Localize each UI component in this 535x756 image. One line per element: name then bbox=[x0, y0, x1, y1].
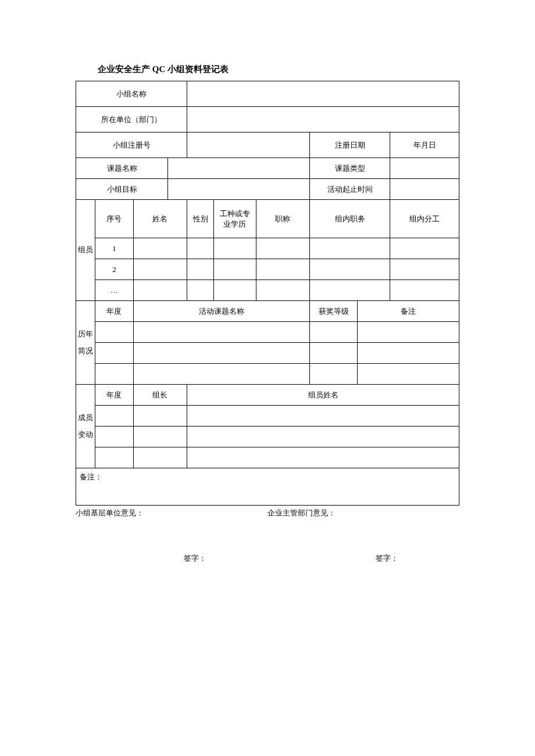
value-activity-period bbox=[390, 179, 459, 200]
chg-row1-members bbox=[187, 406, 459, 427]
label-history-side: 历年简况 bbox=[76, 301, 95, 385]
chg-row1-year bbox=[95, 406, 133, 427]
mem-header-duty: 组内分工 bbox=[390, 200, 459, 238]
mem-row1-name bbox=[133, 238, 187, 259]
mem-row2-trade bbox=[214, 259, 256, 280]
chg-header-leader: 组长 bbox=[133, 385, 187, 406]
mem-row3-role bbox=[309, 280, 390, 301]
hist-header-award: 获奖等级 bbox=[309, 301, 357, 322]
mem-header-title: 职称 bbox=[256, 200, 309, 238]
label-topic-type: 课题类型 bbox=[309, 158, 390, 179]
hist-row3-award bbox=[309, 364, 357, 385]
mem-row1-duty bbox=[390, 238, 459, 259]
footer-left-sign: 签字： bbox=[76, 553, 268, 564]
mem-row2-duty bbox=[390, 259, 459, 280]
label-changes-side: 成员变动 bbox=[76, 385, 95, 468]
hist-row2-award bbox=[309, 343, 357, 364]
label-department: 所在单位（部门） bbox=[76, 107, 187, 132]
mem-header-role: 组内职务 bbox=[309, 200, 390, 238]
label-members-side: 组员 bbox=[76, 200, 95, 301]
mem-header-trade: 工种或专业学历 bbox=[214, 200, 256, 238]
page-title: 企业安全生产 QC 小组资料登记表 bbox=[98, 64, 459, 75]
mem-row1-title bbox=[256, 238, 309, 259]
mem-row2-gender bbox=[187, 259, 214, 280]
hist-row1-remark bbox=[358, 322, 459, 343]
label-reg-date: 注册日期 bbox=[309, 132, 390, 158]
mem-row3-title bbox=[256, 280, 309, 301]
chg-row3-leader bbox=[133, 447, 187, 468]
mem-row3-duty bbox=[390, 280, 459, 301]
value-topic-type bbox=[390, 158, 459, 179]
mem-header-name: 姓名 bbox=[133, 200, 187, 238]
chg-row1-leader bbox=[133, 406, 187, 427]
hist-row1-year bbox=[95, 322, 133, 343]
footer-right-opinion: 企业主管部门意见： bbox=[268, 508, 459, 518]
chg-header-members: 组员姓名 bbox=[187, 385, 459, 406]
value-team-name bbox=[187, 81, 459, 107]
chg-row2-leader bbox=[133, 427, 187, 447]
mem-row3-gender bbox=[187, 280, 214, 301]
value-reg-no bbox=[187, 132, 310, 158]
hist-row2-year bbox=[95, 343, 133, 364]
value-department bbox=[187, 107, 459, 132]
hist-row2-remark bbox=[358, 343, 459, 364]
mem-header-gender: 性别 bbox=[187, 200, 214, 238]
label-reg-no: 小组注册号 bbox=[76, 132, 187, 158]
chg-header-year: 年度 bbox=[95, 385, 133, 406]
chg-row3-year bbox=[95, 447, 133, 468]
hist-row1-award bbox=[309, 322, 357, 343]
chg-row3-members bbox=[187, 447, 459, 468]
mem-row1-index: 1 bbox=[95, 238, 133, 259]
hist-row3-activity bbox=[133, 364, 309, 385]
hist-row2-activity bbox=[133, 343, 309, 364]
mem-row2-index: 2 bbox=[95, 259, 133, 280]
remarks-cell: 备注： bbox=[76, 468, 459, 506]
hist-header-remark: 备注 bbox=[358, 301, 459, 322]
footer-row: 小组基层单位意见： 签字： 企业主管部门意见： 签字： bbox=[76, 508, 459, 564]
mem-row3-name bbox=[133, 280, 187, 301]
hist-row3-year bbox=[95, 364, 133, 385]
chg-row2-year bbox=[95, 427, 133, 447]
hist-row3-remark bbox=[358, 364, 459, 385]
mem-header-index: 序号 bbox=[95, 200, 133, 238]
value-team-goal bbox=[168, 179, 310, 200]
footer-left-opinion: 小组基层单位意见： bbox=[76, 508, 268, 518]
label-activity-period: 活动起止时间 bbox=[309, 179, 390, 200]
chg-row2-members bbox=[187, 427, 459, 447]
mem-row2-role bbox=[309, 259, 390, 280]
hist-header-year: 年度 bbox=[95, 301, 133, 322]
label-topic-name: 课题名称 bbox=[76, 158, 168, 179]
registration-table: 小组名称 所在单位（部门） 小组注册号 注册日期 年月日 课题名称 课题类型 小… bbox=[76, 81, 459, 506]
value-topic-name bbox=[168, 158, 310, 179]
mem-row3-trade bbox=[214, 280, 256, 301]
mem-row3-index: … bbox=[95, 280, 133, 301]
label-team-goal: 小组目标 bbox=[76, 179, 168, 200]
hist-row1-activity bbox=[133, 322, 309, 343]
footer-right-sign: 签字： bbox=[268, 553, 459, 564]
hist-header-activity: 活动课题名称 bbox=[133, 301, 309, 322]
label-team-name: 小组名称 bbox=[76, 81, 187, 107]
mem-row1-gender bbox=[187, 238, 214, 259]
mem-row2-name bbox=[133, 259, 187, 280]
mem-row2-title bbox=[256, 259, 309, 280]
value-reg-date: 年月日 bbox=[390, 132, 459, 158]
mem-row1-trade bbox=[214, 238, 256, 259]
mem-row1-role bbox=[309, 238, 390, 259]
